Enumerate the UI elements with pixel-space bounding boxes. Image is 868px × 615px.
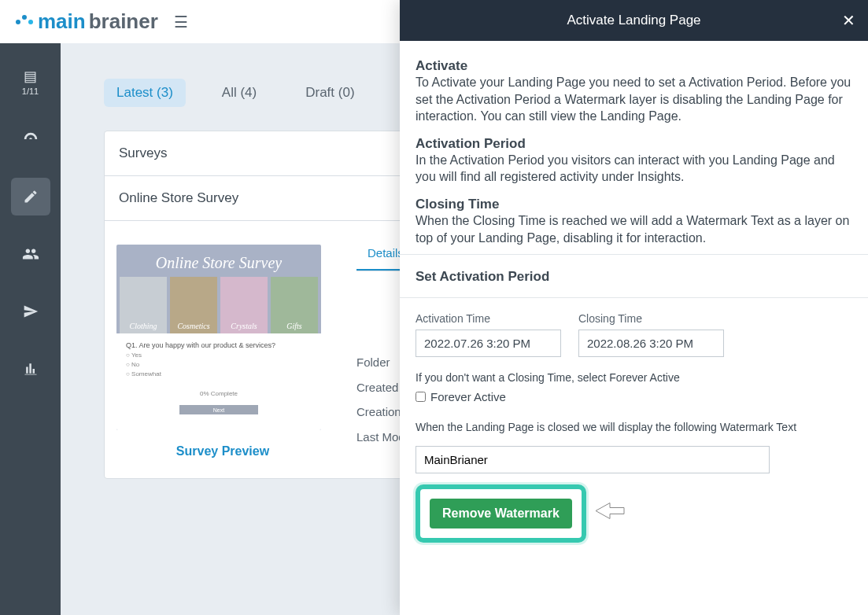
users-icon[interactable] — [11, 235, 50, 273]
sidebar: ▤ 1/11 — [0, 43, 61, 615]
watermark-text-input[interactable] — [416, 446, 770, 473]
modal-title: Activate Landing Page — [567, 13, 700, 28]
forever-active-label: Forever Active — [430, 390, 506, 403]
activate-heading: Activate — [416, 58, 852, 74]
modal-header: Activate Landing Page ✕ — [400, 0, 868, 41]
pencil-icon[interactable] — [11, 178, 50, 215]
closing-heading: Closing Time — [416, 197, 852, 212]
watermark-note: When the Landing Page is closed we will … — [416, 421, 852, 433]
forever-active-checkbox[interactable] — [416, 392, 426, 402]
set-period-title: Set Activation Period — [416, 269, 852, 285]
closing-time-label: Closing Time — [578, 312, 724, 325]
tab-draft[interactable]: Draft (0) — [293, 79, 367, 107]
tab-all[interactable]: All (4) — [209, 79, 269, 107]
pointer-arrow-icon — [594, 499, 626, 528]
activation-time-input[interactable] — [416, 330, 561, 357]
forever-note: If you don't want a Closing Time, select… — [416, 371, 852, 384]
remove-watermark-button[interactable]: Remove Watermark — [430, 499, 572, 528]
tab-latest[interactable]: Latest (3) — [104, 79, 186, 107]
activate-text: To Activate your Landing Page you need t… — [416, 74, 852, 125]
closing-time-input[interactable] — [578, 330, 724, 357]
activation-time-label: Activation Time — [416, 312, 561, 325]
survey-preview-link[interactable]: Survey Preview — [105, 430, 341, 478]
survey-thumbnail: Online Store Survey Clothing Cosmetics C… — [116, 245, 321, 430]
period-heading: Activation Period — [416, 136, 852, 152]
highlight-box: Remove Watermark — [416, 484, 586, 543]
chart-icon[interactable] — [11, 350, 50, 388]
logo: mainbrainer — [16, 9, 158, 34]
activate-panel: Activate Landing Page ✕ Activate To Acti… — [400, 0, 868, 615]
closing-text: When the Closing Time is reached we will… — [416, 212, 852, 246]
period-text: In the Activation Period you visitors ca… — [416, 152, 852, 186]
survey-preview-column: Online Store Survey Clothing Cosmetics C… — [105, 221, 341, 478]
sidebar-stage[interactable]: ▤ 1/11 — [11, 63, 50, 101]
hamburger-icon[interactable]: ☰ — [174, 13, 188, 31]
send-icon[interactable] — [11, 293, 50, 330]
dashboard-icon[interactable] — [11, 120, 50, 158]
close-icon[interactable]: ✕ — [842, 11, 855, 30]
